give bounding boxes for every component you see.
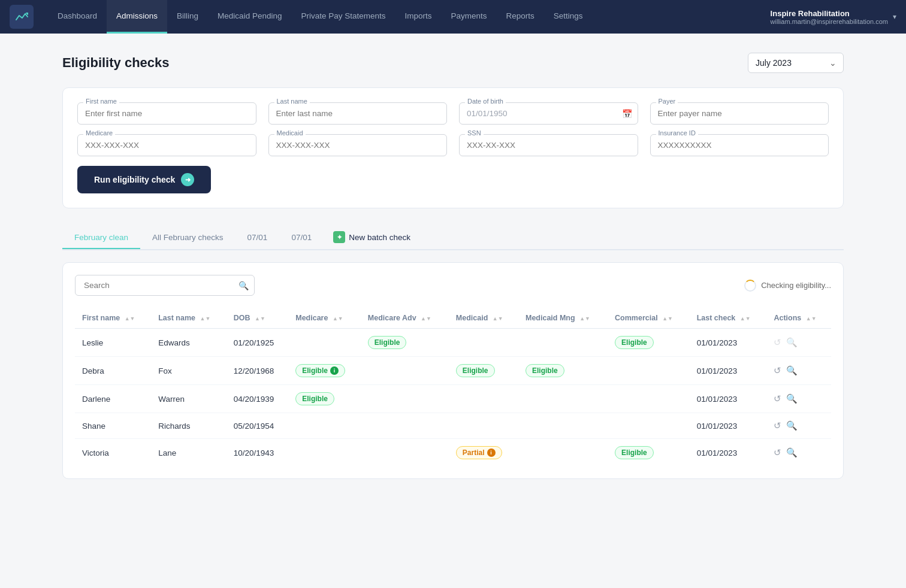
- dob-field: Date of birth 📅: [459, 102, 638, 125]
- payer-field: Payer: [650, 102, 829, 125]
- insurance-id-input[interactable]: [650, 134, 829, 156]
- nav-item-dashboard[interactable]: Dashboard: [48, 0, 107, 34]
- col-medicaid: Medicaid ▲▼: [449, 308, 518, 329]
- last-name-label: Last name: [274, 98, 310, 105]
- logo[interactable]: [10, 5, 34, 29]
- ssn-label: SSN: [465, 129, 484, 137]
- action-icons: ↺ 🔍: [774, 365, 824, 376]
- action-icons: ↺ 🔍: [774, 447, 824, 458]
- refresh-icon[interactable]: ↺: [774, 420, 781, 431]
- refresh-icon[interactable]: ↺: [774, 365, 781, 376]
- sort-arrows-medicare[interactable]: ▲▼: [333, 316, 343, 322]
- search-detail-icon[interactable]: 🔍: [786, 393, 798, 404]
- nav-item-medicaid-pending[interactable]: Medicaid Pending: [208, 0, 291, 34]
- sort-arrows-commercial[interactable]: ▲▼: [662, 316, 673, 322]
- info-icon: i: [330, 366, 339, 375]
- run-eligibility-button[interactable]: Run eligibility check ➜: [77, 166, 211, 193]
- col-last-check: Last check ▲▼: [690, 308, 767, 329]
- payer-input[interactable]: [650, 102, 829, 125]
- col-dob: DOB ▲▼: [226, 308, 288, 329]
- cell-first-name: Victoria: [82, 448, 109, 457]
- month-selector[interactable]: July 2023: [748, 53, 844, 73]
- cell-last-name: Edwards: [158, 338, 190, 347]
- cell-first-name: Debra: [82, 366, 104, 375]
- cell-first-name: Shane: [82, 422, 105, 431]
- run-eligibility-label: Run eligibility check: [94, 175, 175, 184]
- tab-0701-a[interactable]: 07/01: [235, 227, 280, 249]
- action-icons: ↺ 🔍: [774, 337, 824, 348]
- user-menu[interactable]: Inspire Rehabilitation william.martin@in…: [771, 9, 896, 25]
- eligibility-badge: Eligiblei: [295, 364, 345, 377]
- calendar-icon: 📅: [622, 109, 632, 119]
- sort-arrows-medicare-adv[interactable]: ▲▼: [421, 316, 431, 322]
- sort-arrows-dob[interactable]: ▲▼: [255, 316, 265, 322]
- col-actions: Actions ▲▼: [766, 308, 831, 329]
- tab-all-february[interactable]: All February checks: [140, 227, 235, 249]
- col-medicare: Medicare ▲▼: [288, 308, 361, 329]
- sort-arrows-first-name[interactable]: ▲▼: [125, 316, 135, 322]
- dob-label: Date of birth: [465, 98, 506, 105]
- cell-last-check: 01/01/2023: [697, 366, 738, 375]
- checking-status-text: Checking eligibility...: [761, 281, 831, 290]
- cell-last-check: 01/01/2023: [697, 422, 738, 431]
- eligibility-badge: Eligible: [368, 336, 407, 349]
- table-row: DebraFox12/20/1968EligibleiEligibleEligi…: [75, 357, 831, 385]
- nav-item-private-pay[interactable]: Private Pay Statements: [291, 0, 395, 34]
- cell-first-name: Leslie: [82, 338, 103, 347]
- sort-arrows-last-name[interactable]: ▲▼: [200, 316, 210, 322]
- table-toolbar: 🔍 Checking eligibility...: [75, 275, 831, 296]
- col-first-name: First name ▲▼: [75, 308, 151, 329]
- search-detail-icon[interactable]: 🔍: [786, 447, 798, 458]
- form-row-2: Medicare Medicaid SSN Insurance ID: [77, 134, 829, 156]
- nav-item-admissions[interactable]: Admissions: [107, 0, 167, 34]
- sort-arrows-medicaid-mng[interactable]: ▲▼: [579, 316, 590, 322]
- first-name-field: First name: [77, 102, 256, 125]
- checking-eligibility-status: Checking eligibility...: [744, 280, 831, 292]
- refresh-icon[interactable]: ↺: [774, 393, 781, 404]
- eligibility-table: First name ▲▼ Last name ▲▼ DOB ▲▼ Medica…: [75, 308, 831, 466]
- nav-item-reports[interactable]: Reports: [497, 0, 544, 34]
- eligibility-form-card: First name Last name Date of birth 📅 Pay…: [62, 87, 844, 208]
- chevron-down-icon: ▾: [893, 13, 896, 21]
- page-header: Eligibility checks July 2023: [62, 53, 844, 73]
- eligibility-badge: Eligible: [615, 446, 654, 459]
- first-name-input[interactable]: [77, 102, 256, 125]
- eligibility-badge: Partiali: [456, 446, 502, 459]
- search-input[interactable]: [75, 275, 255, 296]
- col-last-name: Last name ▲▼: [151, 308, 226, 329]
- search-detail-icon[interactable]: 🔍: [786, 365, 798, 376]
- insurance-id-label: Insurance ID: [656, 129, 698, 137]
- user-email: william.martin@inspirerehabilitation.com: [771, 18, 888, 25]
- medicaid-input[interactable]: [268, 134, 448, 156]
- col-medicaid-mng: Medicaid Mng ▲▼: [518, 308, 608, 329]
- sort-arrows-actions[interactable]: ▲▼: [806, 316, 817, 322]
- nav-item-billing[interactable]: Billing: [167, 0, 208, 34]
- sort-arrows-last-check[interactable]: ▲▼: [740, 316, 751, 322]
- ssn-input[interactable]: [459, 134, 638, 156]
- info-icon: i: [487, 448, 496, 457]
- dob-input[interactable]: [459, 102, 638, 125]
- nav-items: Dashboard Admissions Billing Medicaid Pe…: [48, 0, 771, 34]
- eligibility-badge: Eligible: [295, 392, 334, 405]
- cell-last-name: Lane: [158, 448, 176, 457]
- sort-arrows-medicaid[interactable]: ▲▼: [493, 316, 503, 322]
- cell-last-name: Fox: [158, 366, 172, 375]
- nav-item-payments[interactable]: Payments: [442, 0, 497, 34]
- medicaid-label: Medicaid: [274, 129, 306, 137]
- logo-icon: [10, 5, 34, 29]
- last-name-field: Last name: [268, 102, 448, 125]
- nav-item-imports[interactable]: Imports: [395, 0, 442, 34]
- insurance-id-field: Insurance ID: [650, 134, 829, 156]
- medicare-field: Medicare: [77, 134, 256, 156]
- medicaid-field: Medicaid: [268, 134, 448, 156]
- nav-item-settings[interactable]: Settings: [544, 0, 593, 34]
- medicare-input[interactable]: [77, 134, 256, 156]
- refresh-icon[interactable]: ↺: [774, 447, 781, 458]
- cell-last-check: 01/01/2023: [697, 338, 738, 347]
- last-name-input[interactable]: [268, 102, 448, 125]
- tab-0701-b[interactable]: 07/01: [279, 227, 324, 249]
- tab-february-clean[interactable]: February clean: [62, 227, 140, 249]
- new-batch-check-button[interactable]: ✦ New batch check: [324, 225, 420, 249]
- table-header-row: First name ▲▼ Last name ▲▼ DOB ▲▼ Medica…: [75, 308, 831, 329]
- search-detail-icon[interactable]: 🔍: [786, 420, 798, 431]
